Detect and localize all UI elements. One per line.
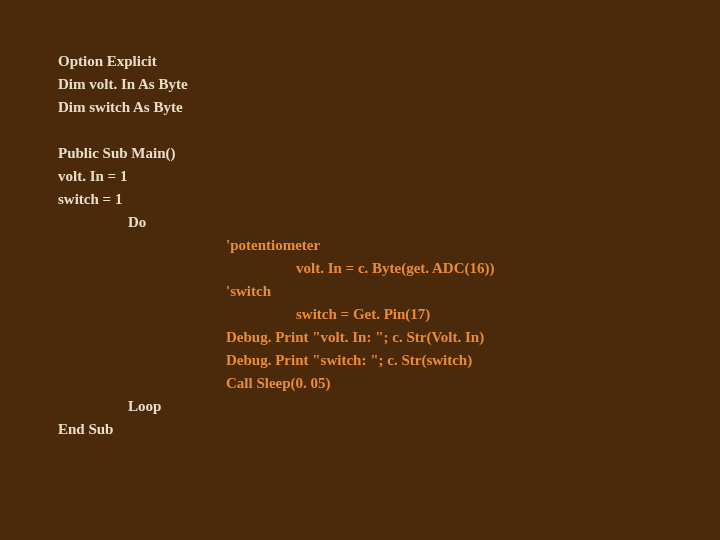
code-line: End Sub bbox=[58, 418, 720, 441]
code-line: Dim switch As Byte bbox=[58, 96, 720, 119]
code-line: Public Sub Main() bbox=[58, 142, 720, 165]
code-line: Dim volt. In As Byte bbox=[58, 73, 720, 96]
code-line: switch = 1 bbox=[58, 188, 720, 211]
blank-line bbox=[58, 119, 720, 142]
code-line-highlight: 'switch bbox=[58, 280, 720, 303]
code-line-highlight: Debug. Print "switch: "; c. Str(switch) bbox=[58, 349, 720, 372]
code-line-highlight: 'potentiometer bbox=[58, 234, 720, 257]
code-line-highlight: Call Sleep(0. 05) bbox=[58, 372, 720, 395]
code-line-highlight: switch = Get. Pin(17) bbox=[58, 303, 720, 326]
code-line-highlight: Debug. Print "volt. In: "; c. Str(Volt. … bbox=[58, 326, 720, 349]
code-line: Do bbox=[58, 211, 720, 234]
slide: Option Explicit Dim volt. In As Byte Dim… bbox=[0, 0, 720, 540]
code-line-highlight: volt. In = c. Byte(get. ADC(16)) bbox=[58, 257, 720, 280]
code-line: volt. In = 1 bbox=[58, 165, 720, 188]
code-line: Loop bbox=[58, 395, 720, 418]
code-line: Option Explicit bbox=[58, 50, 720, 73]
